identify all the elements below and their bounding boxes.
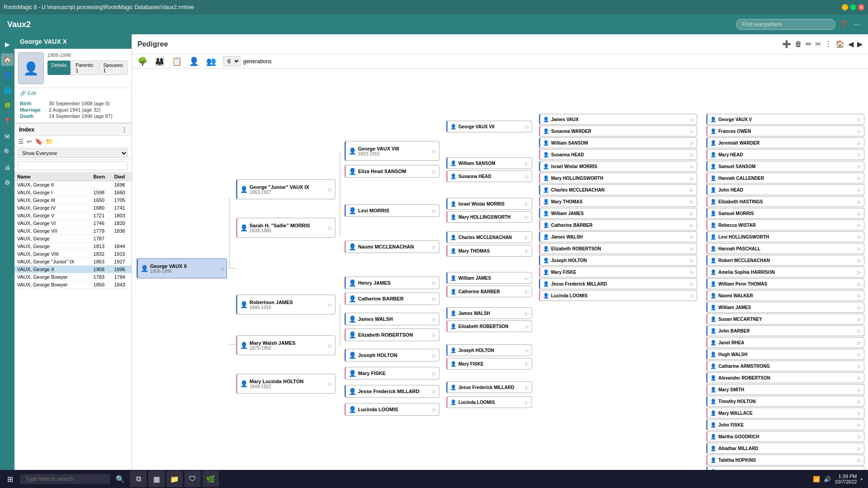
- person-box-gen6-26[interactable]: 👤John FISKE▷: [706, 419, 864, 430]
- volume-icon[interactable]: 🔊: [824, 476, 831, 483]
- chevron-right-icon[interactable]: ▷: [433, 371, 436, 376]
- network-icon[interactable]: 📶: [813, 476, 820, 483]
- table-row[interactable]: VAUX, George III16501705: [14, 197, 132, 204]
- chevron-right-icon[interactable]: ▷: [858, 387, 861, 392]
- person-box-james-walsh[interactable]: 👤 James WALSH ▷: [344, 313, 439, 325]
- person-box-gen6-22[interactable]: 👤Alexander ROBERTSON▷: [706, 372, 864, 383]
- chevron-right-icon[interactable]: ▷: [858, 235, 861, 239]
- person-box-gen5-13[interactable]: 👤Mary FISKE▷: [539, 267, 697, 277]
- table-row[interactable]: VAUX, George X19081996: [14, 266, 132, 273]
- person-box-gen6-7[interactable]: 👤Elizabeth HASTINGS▷: [706, 196, 864, 207]
- person-box-henry-james[interactable]: 👤 Henry JAMES ▷: [344, 277, 439, 289]
- chevron-right-icon[interactable]: ▷: [433, 389, 436, 394]
- person-box-gen6-21[interactable]: 👤Catharine ARMSTRONG▷: [706, 361, 864, 371]
- person-box-gen6-1[interactable]: 👤Frances OWEN▷: [706, 126, 864, 136]
- chevron-right-icon[interactable]: ▷: [690, 199, 694, 204]
- view-person-btn[interactable]: 👤: [189, 56, 199, 66]
- col-died[interactable]: Died: [112, 173, 132, 181]
- person-box-robertson-james[interactable]: 👤 Robertson JAMES 1846-1910 ▷: [236, 295, 335, 314]
- chevron-right-icon[interactable]: ▷: [858, 364, 861, 369]
- person-box-mary-hollingsworth[interactable]: 👤 Mary HOLLINGSWORTH ▷: [446, 211, 532, 223]
- chevron-right-icon[interactable]: ▷: [690, 223, 694, 228]
- person-box-gen6-14[interactable]: 👤William Penn THOMAS▷: [706, 278, 864, 289]
- index-bookmark-icon[interactable]: 🔖: [35, 138, 42, 145]
- person-box-susanna-head[interactable]: 👤 Susanna HEAD ▷: [446, 170, 532, 182]
- person-box-gen5-5[interactable]: 👤Mary HOLLINGSWORTH▷: [539, 173, 697, 183]
- sidebar-icon-home[interactable]: 🏠: [1, 53, 14, 66]
- person-box-gen6-28[interactable]: 👤Abiathar MILLARD▷: [706, 443, 864, 454]
- table-row[interactable]: VAUX, George VIII18321915: [14, 250, 132, 258]
- chevron-right-icon[interactable]: ▷: [525, 161, 529, 166]
- chevron-right-icon[interactable]: ▷: [858, 317, 861, 322]
- person-box-gen5-7[interactable]: 👤Mary THOMAS▷: [539, 196, 697, 207]
- person-box-cath-barber2[interactable]: 👤 Catherine BARBER ▷: [446, 286, 532, 297]
- person-box-gen5-11[interactable]: 👤Elizabeth ROBERTSON▷: [539, 243, 697, 254]
- search-input[interactable]: [736, 19, 835, 30]
- help-icon[interactable]: ❓: [839, 20, 848, 29]
- person-box-israel-morris[interactable]: 👤 Israel Wistar MORRIS ▷: [446, 198, 532, 210]
- chevron-right-icon[interactable]: ▷: [329, 302, 332, 307]
- person-box-gen6-15[interactable]: 👤Naomi WALKER▷: [706, 290, 864, 301]
- chevron-right-icon[interactable]: ▷: [433, 281, 436, 286]
- person-box-gen6-9[interactable]: 👤Rebecca WISTAR▷: [706, 220, 864, 230]
- person-box-mary-lucinda-holton[interactable]: 👤 Mary Lucinda HOLTON 1849-1922 ▷: [236, 374, 335, 394]
- table-row[interactable]: VAUX, George VI17461820: [14, 220, 132, 227]
- add-person-button[interactable]: ➕: [782, 40, 791, 48]
- taskbar-widgets-btn[interactable]: ▦: [148, 471, 165, 487]
- chevron-right-icon[interactable]: ▷: [690, 141, 694, 145]
- edit-button[interactable]: ✏: [806, 40, 811, 48]
- chevron-right-icon[interactable]: ▷: [858, 176, 861, 181]
- person-box-gen5-14[interactable]: 👤Jesse Frederick MILLARD▷: [539, 278, 697, 289]
- sidebar-icon-settings[interactable]: ⚙: [1, 176, 14, 189]
- chevron-right-icon[interactable]: ▷: [858, 352, 861, 357]
- table-row[interactable]: VAUX, George V17211803: [14, 212, 132, 220]
- chevron-right-icon[interactable]: ▷: [858, 258, 861, 263]
- person-box-gen6-24[interactable]: 👤Timothy HOLTON▷: [706, 396, 864, 407]
- person-box-george-vaux-x[interactable]: 👤 George VAUX X 1908-1996 ◁: [137, 258, 227, 278]
- tab-spouses[interactable]: Spouses: 1: [99, 61, 128, 75]
- chevron-right-icon[interactable]: ▷: [690, 293, 694, 298]
- person-box-jesse-millard[interactable]: 👤 Jesse Frederick MILLARD ▷: [344, 385, 439, 398]
- person-box-gen6-18[interactable]: 👤John BARBER▷: [706, 325, 864, 336]
- chevron-right-icon[interactable]: ▷: [858, 422, 861, 427]
- chevron-right-icon[interactable]: ▷: [525, 235, 529, 240]
- col-born[interactable]: Born: [91, 173, 112, 181]
- chevron-right-icon[interactable]: ▷: [433, 296, 436, 301]
- person-box-gen6-19[interactable]: 👤Janet RHEA▷: [706, 337, 864, 348]
- chevron-right-icon[interactable]: ▷: [525, 361, 529, 366]
- person-box-gen6-2[interactable]: 👤Jeremiah WARDER▷: [706, 137, 864, 148]
- person-box-gen6-29[interactable]: 👤Tabitha HOPKINS▷: [706, 455, 864, 465]
- chevron-right-icon[interactable]: ▷: [525, 348, 529, 353]
- person-box-gen6-20[interactable]: 👤Hugh WALSH▷: [706, 349, 864, 360]
- view-family-btn[interactable]: 👨‍👩‍👧: [155, 56, 165, 66]
- chevron-right-icon[interactable]: ▷: [858, 164, 861, 169]
- taskbar-shield-btn[interactable]: 🛡: [184, 471, 201, 487]
- tab-parents[interactable]: Parents: 1: [71, 61, 98, 75]
- chevron-right-icon[interactable]: ▷: [858, 270, 861, 275]
- table-row[interactable]: VAUX, George Bowyer18501943: [14, 281, 132, 289]
- person-box-eliz-robertson2[interactable]: 👤 Elizabeth ROBERTSON ▷: [446, 320, 532, 332]
- chevron-right-icon[interactable]: ▷: [858, 199, 861, 204]
- chevron-right-icon[interactable]: ▷: [690, 176, 694, 181]
- chevron-right-icon[interactable]: ▷: [525, 289, 529, 294]
- table-row[interactable]: VAUX, George II1696: [14, 181, 132, 189]
- chevron-right-icon[interactable]: ▷: [525, 324, 529, 329]
- taskbar-multitask-btn[interactable]: ⧉: [130, 471, 146, 487]
- person-box-eliza-sansom[interactable]: 👤 Eliza Head SANSOM ▷: [344, 165, 439, 178]
- person-box-gen6-16[interactable]: 👤William JAMES▷: [706, 302, 864, 313]
- index-search-input[interactable]: [18, 161, 128, 170]
- person-box-sarah-morris[interactable]: 👤 Sarah H. "Sallie" MORRIS 1838-1880 ▷: [236, 218, 335, 238]
- chevron-right-icon[interactable]: ▷: [525, 311, 529, 316]
- person-box-gen5-15[interactable]: 👤Lucinda LOOMIS▷: [539, 290, 697, 301]
- person-box-gen5-10[interactable]: 👤James WALSH▷: [539, 231, 697, 242]
- table-row[interactable]: VAUX, George VII17791836: [14, 227, 132, 235]
- person-box-gen6-17[interactable]: 👤Susan MCCARTNEY▷: [706, 314, 864, 324]
- sidebar-icon-mail[interactable]: ✉: [1, 130, 14, 143]
- person-box-mary-walsh-james[interactable]: 👤 Mary Walsh JAMES 1875-1956 ▷: [236, 335, 335, 355]
- person-box-gen5-3[interactable]: 👤Susanna HEAD▷: [539, 149, 697, 160]
- chevron-right-icon[interactable]: ▷: [858, 458, 861, 463]
- person-box-gen5-2[interactable]: 👤William SANSOM▷: [539, 137, 697, 148]
- person-box-mary-fiske[interactable]: 👤 Mary FISKE ▷: [344, 367, 439, 380]
- person-box-william-sansom[interactable]: 👤 William SANSOM ▷: [446, 157, 532, 169]
- person-box-gen6-3[interactable]: 👤Mary HEAD▷: [706, 149, 864, 160]
